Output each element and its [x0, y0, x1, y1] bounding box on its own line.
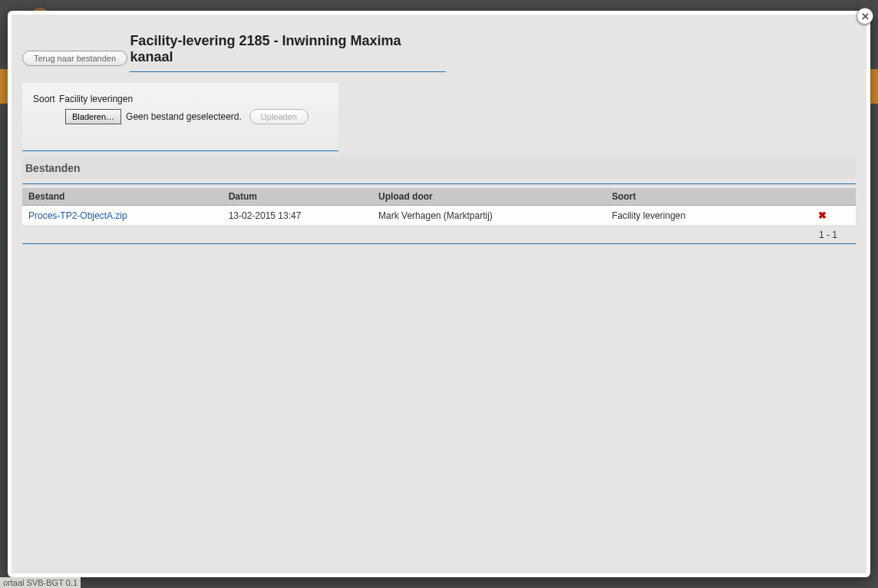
footer-text: ortaal SVB-BGT 0.1 [0, 577, 81, 588]
modal-body: Terug naar bestanden Facility-levering 2… [12, 15, 866, 573]
file-link[interactable]: Proces-TP2-ObjectA.zip [28, 210, 127, 221]
cell-soort: Facility leveringen [606, 206, 789, 226]
files-table-wrap: Bestand Datum Upload door Soort Proces-T… [22, 183, 856, 244]
modal-dialog: ✕ Terug naar bestanden Facility-levering… [8, 11, 870, 577]
browse-button[interactable]: Bladeren… [65, 109, 121, 124]
col-header-soort[interactable]: Soort [606, 188, 789, 206]
pager-text: 1 - 1 [22, 225, 856, 243]
close-icon[interactable]: ✕ [857, 8, 873, 25]
back-to-files-button[interactable]: Terug naar bestanden [22, 51, 127, 66]
col-header-upload-door[interactable]: Upload door [372, 188, 606, 206]
no-file-selected-text: Geen bestand geselecteerd. [126, 111, 242, 122]
soort-value: Facility leveringen [59, 94, 133, 104]
col-header-datum[interactable]: Datum [223, 188, 372, 206]
upload-button[interactable]: Uploaden [249, 109, 309, 124]
files-section-title: Bestanden [22, 157, 856, 179]
cell-upload-door: Mark Verhagen (Marktpartij) [372, 206, 606, 226]
table-row: Proces-TP2-ObjectA.zip 13-02-2015 13:47 … [22, 206, 856, 226]
table-bottom-divider [22, 243, 856, 244]
col-header-actions [789, 188, 856, 206]
col-header-bestand[interactable]: Bestand [22, 188, 223, 206]
files-table: Bestand Datum Upload door Soort Proces-T… [22, 188, 856, 225]
soort-label: Soort [33, 94, 55, 104]
delete-icon[interactable]: ✖ [818, 210, 827, 221]
upload-panel: Soort Facility leveringen Bladeren… Geen… [22, 83, 338, 151]
page-title: Facility-levering 2185 - Inwinning Maxim… [130, 33, 446, 65]
cell-datum: 13-02-2015 13:47 [223, 206, 372, 226]
